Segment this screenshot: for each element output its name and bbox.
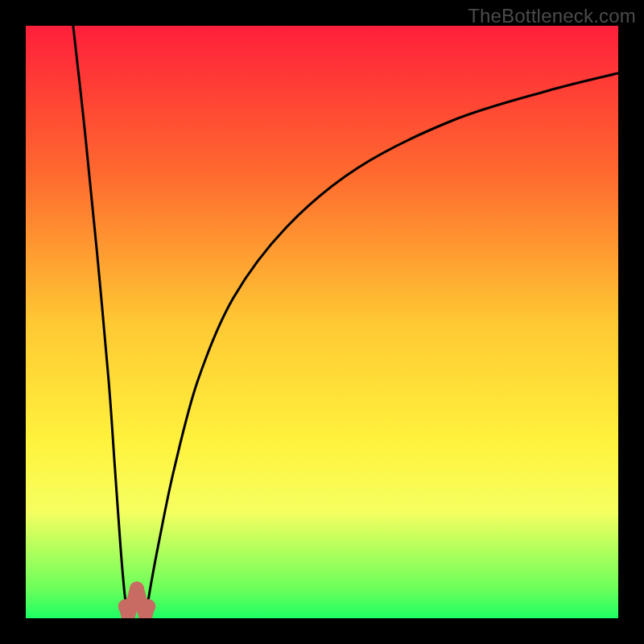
optimum-marker — [141, 599, 155, 613]
optimum-marker — [130, 581, 144, 596]
watermark-text: TheBottleneck.com — [468, 5, 636, 27]
chart-frame: TheBottleneck.com — [0, 0, 644, 644]
chart-canvas — [26, 26, 618, 618]
gradient-background — [26, 26, 618, 618]
plot-area — [26, 26, 618, 618]
